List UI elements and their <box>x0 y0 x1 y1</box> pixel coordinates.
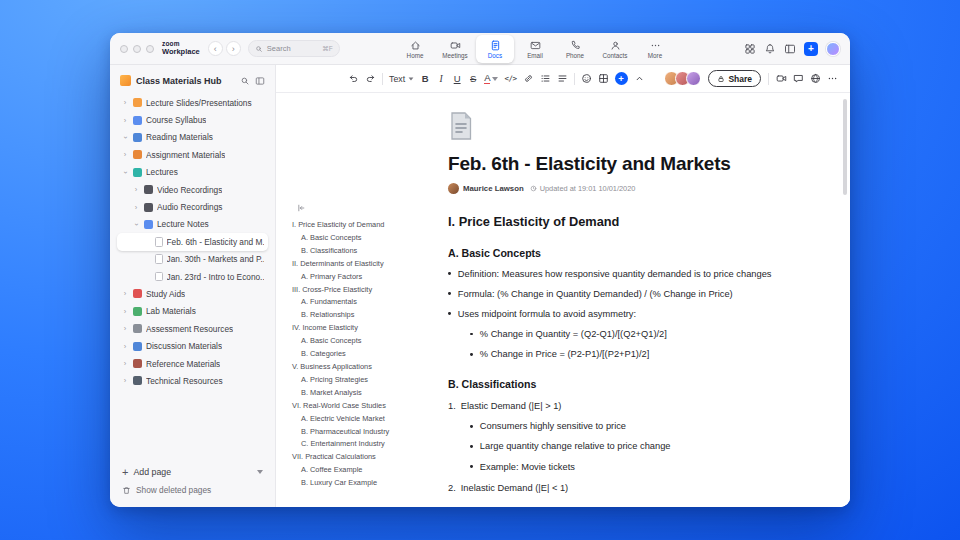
chevron-right-icon[interactable]: › <box>121 376 129 385</box>
apps-icon[interactable] <box>744 43 756 55</box>
toc-item[interactable]: A. Basic Concepts <box>292 232 402 245</box>
doc-heading-2[interactable]: B. Classifications <box>448 378 788 390</box>
doc-bullet-item[interactable]: Consumers highly sensitive to price <box>470 421 788 432</box>
chevron-right-icon[interactable]: › <box>121 289 129 298</box>
chevron-right-icon[interactable]: › <box>121 98 129 107</box>
toc-item[interactable]: B. Relationships <box>292 309 402 322</box>
table-icon[interactable] <box>598 71 609 87</box>
globe-icon[interactable] <box>810 71 821 87</box>
align-icon[interactable] <box>557 71 568 87</box>
doc-heading-2[interactable]: A. Basic Concepts <box>448 247 788 259</box>
toc-collapse-icon[interactable] <box>296 203 306 213</box>
collapse-toolbar-icon[interactable] <box>634 71 645 87</box>
toc-item[interactable]: B. Classifications <box>292 245 402 258</box>
doc-numbered-item[interactable]: 1.Elastic Demand (|E| > 1) <box>448 401 788 412</box>
scrollbar[interactable] <box>843 99 847 195</box>
toc-item[interactable]: A. Basic Concepts <box>292 335 402 348</box>
toc-item[interactable]: B. Luxury Car Example <box>292 477 402 490</box>
doc-bullet-item[interactable]: Large quantity change relative to price … <box>470 441 788 452</box>
back-button[interactable]: ‹ <box>208 41 223 56</box>
redo-icon[interactable] <box>365 71 376 87</box>
toc-item[interactable]: A. Electric Vehicle Market <box>292 413 402 426</box>
chevron-right-icon[interactable]: › <box>121 342 129 351</box>
doc-bullet-item[interactable]: Example: Movie tickets <box>470 462 788 473</box>
chevron-down-icon[interactable]: › <box>121 168 130 176</box>
sidebar-item[interactable]: ›Assessment Resources <box>117 320 268 337</box>
link-icon[interactable] <box>523 71 534 87</box>
panel-icon[interactable] <box>784 43 796 55</box>
toc-item[interactable]: C. Entertainment Industry <box>292 438 402 451</box>
insert-plus-icon[interactable]: + <box>615 72 628 85</box>
chevron-down-icon[interactable]: › <box>132 220 141 228</box>
doc-bullet-item[interactable]: % Change in Quantity = (Q2-Q1)/[(Q2+Q1)/… <box>470 329 788 340</box>
toc-item[interactable]: B. Market Analysis <box>292 387 402 400</box>
chevron-right-icon[interactable]: › <box>132 203 140 212</box>
toc-item[interactable]: I. Price Elasticity of Demand <box>292 219 402 232</box>
toc-item[interactable]: A. Pricing Strategies <box>292 374 402 387</box>
sidebar-item[interactable]: ›Lectures <box>117 164 268 181</box>
chevron-right-icon[interactable]: › <box>121 116 129 125</box>
maximize-window-button[interactable] <box>146 45 154 53</box>
underline-icon[interactable]: U <box>452 71 462 87</box>
sidebar-item[interactable]: Jan. 23rd - Intro to Econo... <box>117 268 268 285</box>
undo-icon[interactable] <box>348 71 359 87</box>
doc-bullet-item[interactable]: Formula: (% Change in Quantity Demanded)… <box>448 289 788 300</box>
collaborator-avatar[interactable] <box>686 71 701 86</box>
chevron-right-icon[interactable]: › <box>121 307 129 316</box>
toc-item[interactable]: VI. Real-World Case Studies <box>292 400 402 413</box>
show-deleted-pages-button[interactable]: Show deleted pages <box>122 481 263 499</box>
bold-icon[interactable]: B <box>420 71 430 87</box>
toc-item[interactable]: III. Cross-Price Elasticity <box>292 284 402 297</box>
chevron-right-icon[interactable]: › <box>121 150 129 159</box>
emoji-icon[interactable] <box>581 71 592 87</box>
doc-numbered-item[interactable]: 2.Inelastic Demand (|E| < 1) <box>448 483 788 494</box>
minimize-window-button[interactable] <box>133 45 141 53</box>
text-style-dropdown[interactable]: Text <box>389 74 414 84</box>
camera-icon[interactable] <box>776 71 787 87</box>
doc-bullet-item[interactable]: Definition: Measures how responsive quan… <box>448 269 788 280</box>
tab-meetings[interactable]: Meetings <box>436 35 474 63</box>
document-title[interactable]: Feb. 6th - Elasticity and Markets <box>448 153 788 175</box>
chevron-right-icon[interactable]: › <box>121 359 129 368</box>
doc-bullet-item[interactable]: % Change in Price = (P2-P1)/[(P2+P1)/2] <box>470 349 788 360</box>
toc-item[interactable]: IV. Income Elasticity <box>292 322 402 335</box>
sidebar-item[interactable]: ›Reading Materials <box>117 129 268 146</box>
forward-button[interactable]: › <box>226 41 241 56</box>
tab-more[interactable]: More <box>636 35 674 63</box>
toc-item[interactable]: B. Categories <box>292 348 402 361</box>
sidebar-item[interactable]: ›Assignment Materials <box>117 146 268 163</box>
sidebar-item[interactable]: ›Course Syllabus <box>117 111 268 128</box>
chevron-down-icon[interactable] <box>257 470 263 474</box>
italic-icon[interactable]: I <box>436 71 446 87</box>
tab-docs[interactable]: Docs <box>476 35 514 63</box>
bullet-list-icon[interactable] <box>540 71 551 87</box>
toc-item[interactable]: A. Coffee Example <box>292 464 402 477</box>
sidebar-item[interactable]: ›Study Aids <box>117 285 268 302</box>
toc-item[interactable]: B. Pharmaceutical Industry <box>292 426 402 439</box>
chat-icon[interactable] <box>793 71 804 87</box>
sidebar-collapse-icon[interactable] <box>255 76 265 86</box>
share-button[interactable]: Share <box>708 70 761 87</box>
tab-contacts[interactable]: Contacts <box>596 35 634 63</box>
tab-home[interactable]: Home <box>396 35 434 63</box>
sidebar-search-icon[interactable] <box>240 76 250 86</box>
tab-email[interactable]: Email <box>516 35 554 63</box>
sidebar-item[interactable]: ›Discussion Materials <box>117 337 268 354</box>
sidebar-item[interactable]: ›Reference Materials <box>117 355 268 372</box>
sidebar-item[interactable]: ›Video Recordings <box>117 181 268 198</box>
sidebar-item[interactable]: ›Lab Materials <box>117 303 268 320</box>
doc-bullet-item[interactable]: Uses midpoint formula to avoid asymmetry… <box>448 309 788 320</box>
close-window-button[interactable] <box>120 45 128 53</box>
plus-button[interactable]: + <box>804 42 818 56</box>
sidebar-item[interactable]: ›Lecture Notes <box>117 216 268 233</box>
code-icon[interactable]: </> <box>504 71 516 87</box>
toc-item[interactable]: V. Business Applications <box>292 361 402 374</box>
sidebar-item[interactable]: ›Technical Resources <box>117 372 268 389</box>
sidebar-item[interactable]: Feb. 6th - Elasticity and M... <box>117 233 268 250</box>
strikethrough-icon[interactable]: S <box>468 71 478 87</box>
text-color-icon[interactable]: A <box>484 71 498 87</box>
sidebar-item[interactable]: ›Audio Recordings <box>117 198 268 215</box>
add-page-button[interactable]: + Add page <box>122 463 263 481</box>
search-input[interactable]: Search ⌘F <box>248 40 340 57</box>
sidebar-item[interactable]: Jan. 30th - Markets and P... <box>117 251 268 268</box>
